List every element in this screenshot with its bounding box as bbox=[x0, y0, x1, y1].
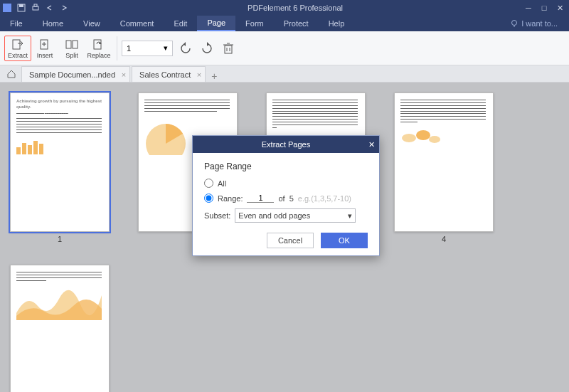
range-input[interactable] bbox=[247, 194, 274, 203]
cancel-button[interactable]: Cancel bbox=[267, 233, 314, 248]
svg-rect-0 bbox=[3, 4, 11, 12]
ribbon: Extract Insert Split Replace 1 ▾ bbox=[0, 31, 569, 65]
dialog-heading: Page Range bbox=[204, 161, 368, 171]
svg-rect-13 bbox=[94, 40, 101, 49]
dialog-close-button[interactable]: ✕ bbox=[368, 140, 375, 149]
extract-button[interactable]: Extract bbox=[4, 36, 31, 61]
i-want-to[interactable]: I want to... bbox=[510, 19, 569, 28]
svg-rect-14 bbox=[225, 46, 232, 53]
svg-point-26 bbox=[416, 130, 430, 140]
home-tab-button[interactable] bbox=[3, 66, 20, 82]
close-button[interactable]: ✕ bbox=[553, 4, 566, 13]
undo-icon[interactable] bbox=[46, 4, 54, 12]
rotate-right-button[interactable] bbox=[198, 40, 216, 57]
svg-rect-4 bbox=[34, 4, 37, 6]
subset-dropdown[interactable]: Even and odd pages ▾ bbox=[235, 208, 356, 223]
thumbnail-number: 1 bbox=[58, 235, 62, 243]
replace-button[interactable]: Replace bbox=[85, 38, 112, 59]
chevron-down-icon: ▾ bbox=[348, 211, 352, 221]
svg-rect-7 bbox=[13, 40, 20, 49]
close-tab-icon[interactable]: × bbox=[122, 70, 126, 79]
menu-page[interactable]: Page bbox=[197, 16, 235, 31]
svg-point-27 bbox=[429, 136, 440, 143]
dialog-title-bar[interactable]: Extract Pages ✕ bbox=[193, 136, 379, 153]
document-tabs: Sample Documen...nded × Sales Contract ×… bbox=[0, 65, 569, 83]
svg-rect-2 bbox=[19, 4, 23, 7]
app-title: PDFelement 6 Professional bbox=[68, 4, 522, 12]
svg-rect-20 bbox=[22, 143, 26, 154]
menu-edit[interactable]: Edit bbox=[164, 16, 197, 31]
svg-rect-19 bbox=[16, 147, 21, 154]
app-icon bbox=[3, 4, 11, 12]
svg-point-5 bbox=[512, 21, 517, 26]
radio-all[interactable] bbox=[204, 179, 213, 188]
page-number-input[interactable]: 1 ▾ bbox=[122, 41, 173, 56]
rotate-left-button[interactable] bbox=[177, 40, 194, 57]
extract-pages-dialog: Extract Pages ✕ Page Range All Range: of… bbox=[192, 135, 380, 256]
svg-rect-22 bbox=[33, 141, 38, 154]
svg-rect-3 bbox=[33, 6, 38, 10]
thumbnail-4[interactable]: ▬▬▬▬▬▬▬▬▬▬▬▬▬▬▬▬▬▬▬▬▬▬▬▬▬▬▬▬▬▬▬▬▬▬▬▬▬▬▬▬… bbox=[394, 92, 494, 243]
new-tab-button[interactable]: + bbox=[211, 70, 217, 82]
bulb-icon bbox=[510, 19, 519, 28]
svg-rect-23 bbox=[39, 144, 43, 154]
replace-icon bbox=[92, 38, 106, 52]
menu-help[interactable]: Help bbox=[319, 16, 355, 31]
menu-home[interactable]: Home bbox=[33, 16, 73, 31]
print-icon[interactable] bbox=[31, 4, 40, 12]
split-button[interactable]: Split bbox=[58, 38, 85, 59]
menu-form[interactable]: Form bbox=[235, 16, 274, 31]
menu-view[interactable]: View bbox=[73, 16, 110, 31]
extract-icon bbox=[11, 38, 25, 52]
split-icon bbox=[65, 38, 79, 52]
insert-icon bbox=[38, 38, 52, 52]
doc-tab-2[interactable]: Sales Contract × bbox=[132, 66, 206, 82]
menu-comment[interactable]: Comment bbox=[110, 16, 164, 31]
svg-rect-21 bbox=[28, 145, 32, 154]
delete-button[interactable] bbox=[220, 40, 237, 57]
doc-tab-1[interactable]: Sample Documen...nded × bbox=[21, 66, 130, 82]
close-tab-icon[interactable]: × bbox=[197, 70, 201, 79]
svg-rect-12 bbox=[73, 41, 78, 48]
insert-button[interactable]: Insert bbox=[31, 38, 58, 59]
redo-icon[interactable] bbox=[60, 4, 68, 12]
minimize-button[interactable]: ─ bbox=[522, 4, 535, 13]
title-bar: PDFelement 6 Professional ─ □ ✕ bbox=[0, 0, 569, 16]
menu-file[interactable]: File bbox=[0, 16, 33, 31]
menu-bar: File Home View Comment Edit Page Form Pr… bbox=[0, 16, 569, 31]
svg-point-25 bbox=[402, 134, 416, 142]
ok-button[interactable]: OK bbox=[321, 233, 368, 248]
separator bbox=[117, 36, 117, 60]
thumbnail-1[interactable]: Achieving growth by pursuing the highest… bbox=[10, 92, 110, 243]
maximize-button[interactable]: □ bbox=[538, 4, 551, 13]
radio-range[interactable] bbox=[204, 194, 213, 203]
svg-rect-11 bbox=[66, 41, 71, 48]
thumbnail-5[interactable]: ▬▬▬▬▬▬▬▬▬▬▬▬▬▬▬▬▬▬▬▬▬▬▬▬▬▬▬▬▬▬▬▬▬▬▬▬▬▬▬▬… bbox=[10, 265, 110, 392]
dropdown-icon: ▾ bbox=[164, 43, 168, 53]
save-icon[interactable] bbox=[17, 4, 26, 12]
thumbnail-number: 4 bbox=[442, 235, 446, 243]
menu-protect[interactable]: Protect bbox=[274, 16, 319, 31]
